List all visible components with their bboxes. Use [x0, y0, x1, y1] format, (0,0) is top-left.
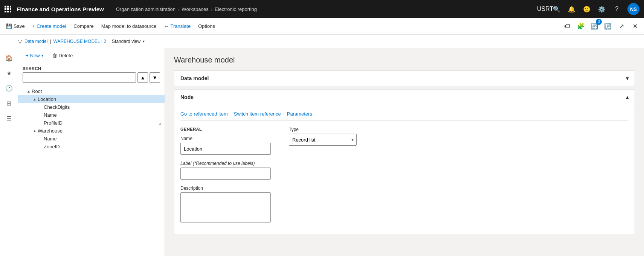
search-down-button[interactable]: ▼	[150, 72, 160, 83]
help-icon[interactable]: ?	[612, 6, 621, 12]
tab-parameters[interactable]: Parameters	[287, 111, 312, 120]
sidebar-icon-home[interactable]: 🏠	[2, 51, 16, 65]
delete-button[interactable]: 🗑 Delete	[49, 51, 76, 60]
svg-rect-8	[10, 11, 11, 12]
new-chevron-icon: ▾	[41, 53, 43, 58]
tree-node-checkdigits[interactable]: CheckDigits	[18, 103, 165, 111]
svg-rect-2	[10, 6, 11, 8]
search-icon[interactable]: 🔍	[552, 6, 561, 13]
options-button[interactable]: Options	[195, 22, 218, 30]
user-label: USRT	[537, 6, 546, 12]
description-label: Description	[180, 186, 271, 191]
bell-icon[interactable]: 🔔	[567, 6, 576, 13]
tree-toggle-checkdigits	[38, 105, 44, 109]
new-button[interactable]: + New ▾	[23, 51, 46, 60]
sidebar-icon-star[interactable]: ★	[2, 66, 16, 80]
node-section-header[interactable]: Node ▴	[174, 90, 635, 105]
app-grid-button[interactable]	[5, 5, 14, 14]
tree-node-location[interactable]: ▲ Location	[18, 95, 165, 103]
tab-switch-reference[interactable]: Switch item reference	[234, 111, 281, 120]
sidebar-icon-grid[interactable]: ⊞	[2, 96, 16, 110]
tree-toggle-profileid	[38, 121, 44, 125]
create-model-button[interactable]: + Create model	[29, 22, 69, 30]
type-column: Type Record list Record String Integer R…	[289, 127, 357, 152]
main-layout: 🏠 ★ 🕐 ⊞ ☰ + New ▾ 🗑 Delete SEARCH ▲ ▼	[0, 48, 644, 256]
sidebar-icon-menu[interactable]: ☰	[2, 111, 16, 125]
chevron-down-icon[interactable]: ▾	[143, 39, 145, 43]
type-select[interactable]: Record list Record String Integer Real B…	[289, 134, 357, 146]
sidebar-icon-recent[interactable]: 🕐	[2, 81, 16, 95]
breadcrumb-data-model[interactable]: Data model	[24, 39, 47, 44]
notification-icon[interactable]: 🔄 0	[588, 20, 600, 32]
svg-rect-1	[7, 6, 9, 8]
tree-toggle-warehouse: ▲	[32, 129, 38, 133]
svg-rect-6	[5, 11, 6, 12]
trash-icon: 🗑	[52, 53, 57, 58]
general-label: GENERAL	[180, 127, 271, 131]
tab-go-to-referenced[interactable]: Go to referenced item	[180, 111, 228, 120]
data-model-section-header[interactable]: Data model ▾	[174, 71, 635, 86]
svg-rect-3	[5, 8, 6, 10]
breadcrumb-standard-view[interactable]: Standard view	[112, 39, 140, 44]
smiley-icon[interactable]: 🙂	[582, 6, 591, 13]
label-input[interactable]	[180, 168, 271, 180]
translate-icon: ↔	[164, 23, 169, 29]
main-toolbar: 💾 Save + Create model Compare Map model …	[0, 18, 644, 35]
plus-icon: +	[26, 53, 29, 58]
tree-node-root[interactable]: ▲ Root	[18, 87, 165, 95]
section-collapse-icon: ▾	[626, 75, 629, 81]
tree-node-warehouse-name[interactable]: Name	[18, 135, 165, 143]
tree-node-warehouse[interactable]: ▲ Warehouse	[18, 127, 165, 135]
translate-button[interactable]: ↔ Translate	[161, 22, 194, 30]
name-input[interactable]	[180, 143, 271, 155]
sidebar-icons: 🏠 ★ 🕐 ⊞ ☰	[0, 48, 18, 256]
right-panel: Warehouse model Data model ▾ Node ▴ Go t…	[165, 48, 644, 256]
breadcrumb-org[interactable]: Organization administration	[116, 6, 175, 12]
search-label: SEARCH	[23, 66, 160, 71]
tree-node-zoneid[interactable]: ZoneID	[18, 143, 165, 151]
save-button[interactable]: 💾 Save	[3, 22, 28, 30]
type-select-wrapper: Record list Record String Integer Real B…	[289, 134, 357, 146]
tree-toggle-wh-name	[38, 137, 44, 141]
close-icon[interactable]: ✕	[629, 20, 641, 32]
top-bar-right: USRT 🔍 🔔 🙂 ⚙️ ? NS	[537, 3, 639, 15]
map-button[interactable]: Map model to datasource	[98, 22, 160, 30]
breadcrumb-workspaces[interactable]: Workspaces	[182, 6, 208, 12]
tree-node-name[interactable]: Name	[18, 111, 165, 119]
app-title: Finance and Operations Preview	[17, 6, 104, 12]
svg-rect-5	[10, 8, 11, 10]
description-textarea[interactable]	[180, 192, 271, 222]
bookmark-icon[interactable]: 🏷	[561, 20, 573, 32]
breadcrumb-bar: ▽ Data model | WAREHOUSE MODEL : 2 | Sta…	[0, 35, 644, 48]
notification-badge: 0	[596, 19, 602, 25]
breadcrumb-reporting[interactable]: Electronic reporting	[215, 6, 257, 12]
filter-icon[interactable]: ▽	[18, 38, 22, 44]
type-label: Type	[289, 127, 357, 132]
top-bar: Finance and Operations Preview Organizat…	[0, 0, 644, 18]
type-form-group: Type Record list Record String Integer R…	[289, 127, 357, 146]
node-section: Node ▴ Go to referenced item Switch item…	[174, 89, 635, 235]
left-panel-toolbar: + New ▾ 🗑 Delete	[18, 48, 165, 63]
search-input[interactable]	[23, 72, 136, 83]
tree-area: ▲ Root ▲ Location CheckDigits Name Pro	[18, 86, 165, 256]
name-form-group: Name	[180, 136, 271, 155]
profileid-icon: ⟁	[159, 121, 162, 125]
name-label: Name	[180, 136, 271, 141]
breadcrumb-warehouse-model[interactable]: WAREHOUSE MODEL : 2	[53, 39, 106, 44]
settings-icon[interactable]: ⚙️	[597, 6, 606, 13]
extension-icon[interactable]: 🧩	[575, 20, 587, 32]
tree-toggle-name	[38, 113, 44, 117]
section-expand-icon: ▴	[626, 94, 629, 100]
search-row: ▲ ▼	[23, 72, 160, 83]
label-field-label: Label (*Recommended to use labels)	[180, 161, 271, 166]
tree-node-profileid[interactable]: ProfileID ⟁	[18, 119, 165, 127]
svg-rect-7	[7, 11, 9, 12]
refresh-icon[interactable]: 🔃	[602, 20, 614, 32]
open-icon[interactable]: ↗	[615, 20, 627, 32]
page-title: Warehouse model	[174, 56, 635, 64]
toolbar-right-area: 🏷 🧩 🔄 0 🔃 ↗ ✕	[561, 20, 641, 32]
avatar[interactable]: NS	[627, 3, 639, 15]
compare-button[interactable]: Compare	[70, 22, 96, 30]
search-up-button[interactable]: ▲	[137, 72, 148, 83]
tree-toggle-location: ▲	[32, 97, 38, 101]
